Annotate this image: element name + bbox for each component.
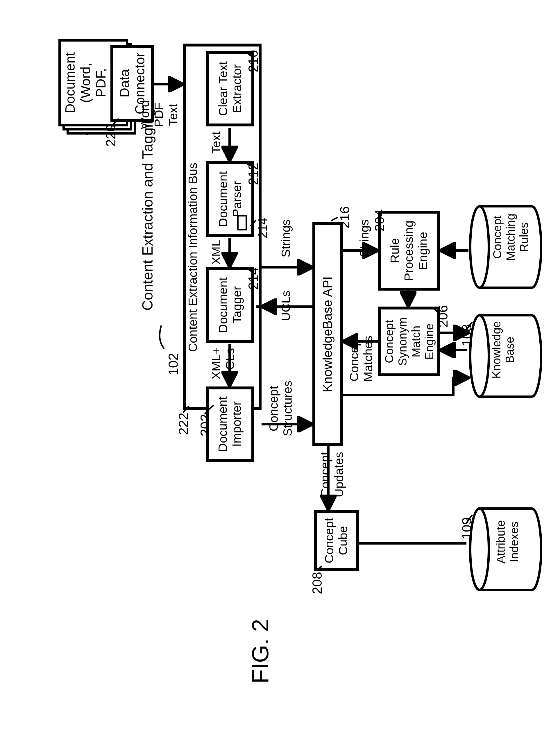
diagram-canvas: Content Extraction and Tagging Service F… — [0, 0, 560, 741]
api-box: KnowledgeBase API — [312, 222, 343, 446]
importer-box: DocumentImporter — [206, 387, 254, 462]
ref-102: 102 — [166, 353, 181, 376]
rule-label: RuleProcessingEngine — [388, 220, 430, 281]
tagger-label: DocumentTagger — [216, 277, 244, 333]
ref-214b: 214 — [246, 267, 261, 290]
ref-212: 212 — [246, 163, 261, 185]
flow-strings-2: Strings — [357, 219, 371, 258]
api-label: KnowledgeBase API — [320, 276, 335, 392]
ref-214a: 214 — [256, 218, 270, 238]
synonym-box: ConceptSynonymMatchEngine — [378, 307, 440, 376]
flow-xml: XML — [209, 240, 223, 265]
flow-concept-updates: ConceptUpdates — [318, 452, 346, 497]
flow-word-pdf-text: WordPDFText — [138, 100, 180, 129]
flow-xml-ucls: XML+UCLs — [209, 347, 237, 380]
ref-220: 220 — [103, 124, 119, 147]
ref-204: 204 — [372, 209, 388, 231]
ref-206: 206 — [435, 305, 451, 328]
flow-strings-1: Strings — [279, 219, 293, 258]
importer-label: DocumentImporter — [216, 396, 244, 452]
flow-concept-matches: ConceptMatches — [347, 336, 375, 382]
synonym-label: ConceptSynonymMatchEngine — [382, 317, 436, 366]
flow-text: Text — [209, 131, 223, 154]
clear-text-label: Clear TextExtractor — [216, 61, 244, 116]
attr-db-label: AttributeIndexes — [494, 520, 521, 563]
flow-concept-structures: ConceptStructures — [267, 381, 295, 436]
figure-label: FIG. 2 — [247, 619, 274, 683]
svg-point-1 — [470, 206, 489, 288]
ref-216: 216 — [337, 206, 352, 229]
ref-208: 208 — [309, 572, 325, 594]
cube-box: ConceptCube — [314, 510, 359, 571]
rules-db-label: ConceptMatchingRules — [491, 214, 531, 261]
flow-ucls: UCLs — [279, 290, 293, 321]
ref-222: 222 — [176, 413, 191, 435]
bus-title: Content Extraction Information Bus — [186, 163, 200, 352]
ref-109: 109 — [459, 517, 475, 540]
ref-108: 108 — [459, 324, 475, 346]
cube-label: ConceptCube — [322, 518, 350, 563]
ref-210: 210 — [246, 50, 261, 72]
kb-db-label: KnowledgeBase — [490, 321, 516, 379]
